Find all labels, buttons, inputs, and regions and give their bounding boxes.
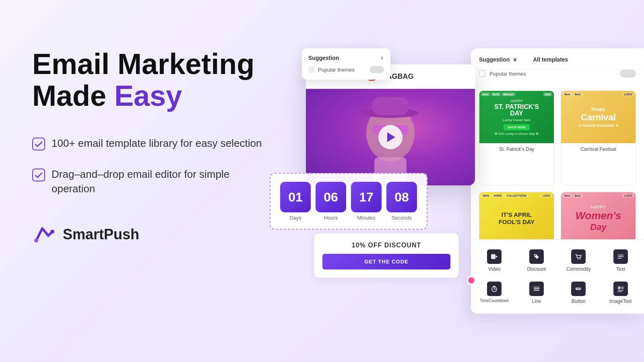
template-img-carnival: New Best LOGO Hoppy Carnival ☆ Festival … [561, 91, 636, 143]
suggestion-panel: Suggestion ∨ Popular themes [302, 48, 390, 80]
toolbar-item-timecountdown[interactable]: TimeCountdown [475, 278, 514, 307]
toolbar-item-button[interactable]: BTN Button [559, 278, 598, 307]
tag-sale: Sale [543, 93, 552, 96]
toolbar-label-text: Text [616, 266, 625, 272]
headline-line1: Email Marketing [32, 48, 254, 80]
svg-point-2 [34, 239, 38, 243]
svg-rect-22 [493, 286, 495, 287]
countdown-container: 01 Days 06 Hours 17 Minutes 08 Seconds [270, 173, 427, 230]
womens-tags-row: New Best LOGO [563, 194, 634, 197]
svg-point-14 [578, 259, 578, 259]
carnival-tag-logo: LOGO [622, 93, 634, 96]
toolbar-item-text[interactable]: Text [601, 246, 640, 275]
toolbar-item-line[interactable]: Line [517, 278, 556, 307]
april-main: IT'S APRILFOOL'S DAY [499, 211, 535, 226]
april-tag-logo: LOGO [541, 194, 552, 197]
toolbar-item-video[interactable]: Video [475, 246, 514, 275]
carnival-hoppy: Hoppy [578, 107, 619, 111]
svg-rect-0 [33, 138, 45, 150]
template-img-april-fools: NEW HOME COLLECTIONS LOGO IT'S APRILFOOL… [479, 192, 554, 245]
toolbar-item-commodity[interactable]: Commodity [559, 246, 598, 275]
countdown-days-box: 01 [280, 182, 311, 212]
line-icon-svg [533, 285, 540, 292]
email-hero-image [306, 89, 475, 185]
discount-icon [529, 249, 544, 264]
womens-tag-best: Best [573, 194, 582, 197]
st-patrick-main: ST. PATRICK'SDAY [494, 104, 539, 117]
popular-themes-checkbox[interactable] [308, 66, 315, 73]
commodity-icon-svg [575, 253, 582, 260]
toolbar-label-video: Video [488, 266, 500, 272]
logo-section: SmartPush [32, 224, 274, 245]
countdown-days: 01 Days [280, 182, 311, 221]
popular-themes-label: Popular themes [318, 67, 355, 73]
line-icon [529, 282, 544, 296]
logo-text: SmartPush [63, 226, 139, 243]
countdown-hours: 06 Hours [316, 182, 346, 221]
template-panel: Suggestion ∨ All templates Popular theme… [471, 48, 644, 314]
popular-themes-toggle[interactable] [369, 66, 384, 73]
headline-highlight: Easy [114, 80, 182, 112]
april-tags-row: NEW HOME COLLECTIONS LOGO [481, 194, 552, 197]
toolbar-label-timecountdown: TimeCountdown [480, 298, 509, 303]
toolbar-item-imagetext[interactable]: ImageText [601, 278, 640, 307]
template-name-carnival: Carnival Festival [561, 143, 636, 155]
toolbar-label-commodity: Commodity [566, 266, 591, 272]
countdown-hours-label: Hours [324, 215, 338, 221]
headline-line2-prefix: Made [32, 80, 114, 112]
text-icon [613, 249, 628, 264]
toolbar-item-discount[interactable]: Discount [517, 246, 556, 275]
carnival-content: Hoppy Carnival ☆ Festival Essentials ☆ [578, 107, 619, 128]
suggestion-dropdown[interactable]: Suggestion ∨ [479, 56, 517, 63]
toolbar-label-line: Line [532, 298, 541, 304]
svg-rect-11 [491, 254, 495, 259]
countdown-seconds-label: Seconds [392, 215, 412, 221]
carnival-tag-new: New [563, 93, 572, 96]
womens-happy: HAPPY [575, 205, 621, 210]
check-icon-2 [32, 169, 45, 181]
st-patrick-content: HAPPY ST. PATRICK'SDAY Lucky Clover Sale… [490, 95, 543, 140]
countdown-hours-box: 06 [316, 182, 346, 212]
video-icon [487, 249, 502, 264]
svg-point-3 [50, 230, 54, 234]
features-list: 100+ email template library for easy sel… [32, 136, 274, 196]
right-section: Suggestion ∨ Popular themes 🎒 BAGBAG [282, 0, 644, 362]
countdown-seconds: 08 Seconds [386, 182, 417, 221]
suggestion-chevron-icon: ∨ [513, 56, 517, 63]
carnival-tags-row: New Best LOGO [563, 93, 634, 96]
button-icon-svg: BTN [575, 285, 582, 292]
countdown-seconds-box: 08 [386, 182, 417, 212]
all-templates-label: All templates [533, 56, 568, 63]
check-icon-1 [32, 138, 45, 150]
countdown-minutes-label: Minutes [357, 215, 376, 221]
popular-toggle[interactable] [620, 70, 636, 78]
commodity-icon [571, 249, 586, 264]
discount-icon-svg [533, 253, 540, 260]
get-code-button[interactable]: GET THE CODE [322, 254, 450, 269]
svg-rect-9 [372, 97, 409, 115]
carnival-tag-best: Best [573, 93, 582, 96]
toolbar-label-discount: Discount [527, 266, 546, 272]
template-card-carnival[interactable]: New Best LOGO Hoppy Carnival ☆ Festival … [561, 90, 636, 185]
popular-checkbox[interactable] [479, 70, 485, 77]
play-button[interactable] [378, 125, 402, 149]
svg-text:BTN: BTN [577, 288, 581, 290]
april-content: IT'S APRILFOOL'S DAY [495, 207, 539, 230]
countdown-section: 01 Days 06 Hours 17 Minutes 08 Seconds [270, 173, 427, 230]
svg-rect-1 [33, 169, 45, 181]
svg-rect-28 [618, 286, 621, 289]
svg-point-15 [580, 259, 580, 259]
womens-main: Women's [575, 210, 621, 222]
suggestion-row: Suggestion ∨ [308, 55, 384, 61]
carnival-sub: ☆ Festival Essentials ☆ [578, 123, 619, 128]
april-tag-new: NEW [481, 194, 491, 197]
st-patrick-happy: HAPPY [494, 99, 539, 103]
popular-themes-row: Popular themes [308, 66, 384, 73]
discount-card: 10% OFF DISCOUNT GET THE CODE [314, 233, 459, 278]
template-card-st-patrick[interactable]: New Best Women Sale HAPPY ST. PATRICK'SD… [479, 90, 554, 185]
suggestion-dropdown-arrow[interactable]: ∨ [380, 55, 384, 61]
carnival-main: Carnival [578, 112, 619, 123]
toolbar-label-button: Button [572, 298, 586, 304]
template-img-st-patrick: New Best Women Sale HAPPY ST. PATRICK'SD… [479, 91, 554, 143]
button-icon: BTN [571, 282, 586, 296]
